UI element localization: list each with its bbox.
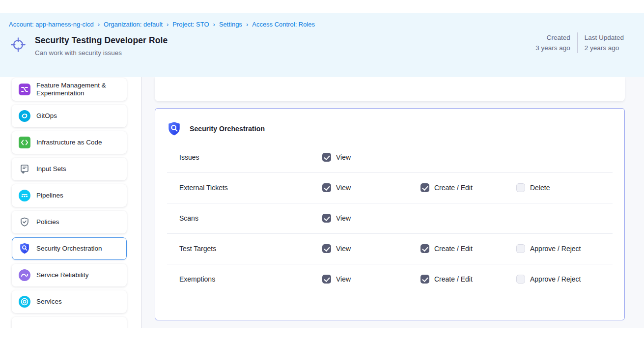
sidebar-item-service-reliability[interactable]: Service Reliability bbox=[12, 264, 127, 286]
breadcrumb-settings[interactable]: Settings bbox=[219, 21, 242, 28]
checkbox-label: Delete bbox=[530, 184, 550, 192]
breadcrumb: Account: app-harness-ng-cicd › Organizat… bbox=[9, 21, 624, 28]
permission-row-scans: Scans View bbox=[155, 203, 624, 233]
resource-group-sidebar: Feature Management & Experimentation Git… bbox=[0, 77, 141, 328]
breadcrumb-chevron-icon: › bbox=[213, 21, 215, 28]
created-label: Created bbox=[535, 32, 570, 43]
delete-checkbox[interactable] bbox=[516, 183, 525, 192]
checkbox-label: Approve / Reject bbox=[530, 275, 581, 283]
resource-label: Scans bbox=[179, 214, 322, 222]
checkbox-label: View bbox=[336, 275, 351, 283]
resource-label: External Tickets bbox=[179, 184, 322, 192]
permission-row-exemptions: Exemptions View Create / Edit Approve / … bbox=[155, 264, 624, 294]
breadcrumb-chevron-icon: › bbox=[98, 21, 100, 28]
security-shield-search-icon bbox=[168, 121, 181, 137]
approve-reject-checkbox[interactable] bbox=[516, 275, 525, 284]
security-orchestration-panel: Security Orchestration Issues View Exter… bbox=[155, 108, 625, 320]
view-checkbox[interactable] bbox=[322, 275, 331, 284]
services-bullseye-icon bbox=[19, 296, 30, 308]
previous-resource-card-clipped bbox=[155, 77, 625, 101]
resource-label: Exemptions bbox=[179, 275, 322, 283]
breadcrumb-chevron-icon: › bbox=[246, 21, 248, 28]
sidebar-item-label: Security Orchestration bbox=[36, 245, 102, 253]
sidebar-item-infrastructure-as-code[interactable]: Infrastructure as Code bbox=[12, 131, 127, 154]
sidebar-item-security-orchestration[interactable]: Security Orchestration bbox=[12, 237, 127, 260]
target-crosshair-icon bbox=[10, 36, 27, 53]
view-checkbox[interactable] bbox=[322, 183, 331, 192]
sidebar-item-label: Infrastructure as Code bbox=[36, 139, 102, 146]
last-updated-value: 2 years ago bbox=[585, 43, 624, 53]
create-edit-checkbox[interactable] bbox=[420, 183, 429, 192]
checkbox-label: View bbox=[336, 245, 351, 253]
checkbox-label: View bbox=[336, 153, 351, 161]
permission-row-external-tickets: External Tickets View Create / Edit Dele… bbox=[155, 172, 624, 203]
checkbox-label: View bbox=[336, 184, 351, 192]
created-value: 3 years ago bbox=[535, 43, 570, 53]
sidebar-item-gitops[interactable]: GitOps bbox=[12, 105, 127, 127]
infrastructure-as-code-icon bbox=[19, 137, 30, 148]
permission-row-issues: Issues View bbox=[155, 142, 624, 172]
permissions-main-area: Security Orchestration Issues View Exter… bbox=[141, 77, 644, 328]
service-reliability-icon bbox=[19, 269, 30, 281]
resource-label: Test Targets bbox=[179, 245, 322, 253]
top-whitespace bbox=[0, 0, 644, 13]
sidebar-item-feature-management[interactable]: Feature Management & Experimentation bbox=[12, 78, 127, 101]
breadcrumb-chevron-icon: › bbox=[167, 21, 168, 28]
role-meta: Created 3 years ago Last Updated 2 years… bbox=[529, 32, 624, 53]
breadcrumb-organization[interactable]: Organization: default bbox=[104, 21, 163, 28]
sidebar-item-clipped bbox=[12, 317, 127, 328]
sidebar-item-label: Services bbox=[36, 298, 62, 306]
approve-reject-checkbox[interactable] bbox=[516, 244, 525, 253]
sidebar-item-pipelines[interactable]: Pipelines bbox=[12, 184, 127, 207]
checkbox-label: Create / Edit bbox=[434, 275, 473, 283]
checkbox-label: View bbox=[336, 214, 351, 222]
security-shield-search-icon bbox=[19, 243, 30, 255]
pipelines-icon bbox=[19, 190, 30, 201]
checkbox-label: Create / Edit bbox=[434, 245, 473, 253]
sidebar-item-label: Policies bbox=[36, 218, 59, 226]
sidebar-item-label: GitOps bbox=[36, 112, 57, 120]
permission-row-test-targets: Test Targets View Create / Edit Approve … bbox=[155, 233, 624, 264]
feature-flags-icon bbox=[19, 84, 30, 95]
gitops-icon bbox=[19, 110, 30, 122]
page-subtitle: Can work with security issues bbox=[35, 49, 168, 57]
sidebar-item-label: Feature Management & Experimentation bbox=[36, 82, 121, 97]
panel-title: Security Orchestration bbox=[190, 125, 265, 133]
sidebar-item-label: Service Reliability bbox=[36, 271, 89, 279]
policies-shield-check-icon bbox=[19, 216, 30, 228]
breadcrumb-account[interactable]: Account: app-harness-ng-cicd bbox=[9, 21, 94, 28]
checkbox-label: Create / Edit bbox=[434, 184, 473, 192]
view-checkbox[interactable] bbox=[322, 214, 331, 223]
sidebar-item-policies[interactable]: Policies bbox=[12, 211, 127, 233]
sidebar-item-services[interactable]: Services bbox=[12, 290, 127, 313]
sidebar-item-label: Input Sets bbox=[36, 165, 66, 173]
checkbox-label: Approve / Reject bbox=[530, 245, 581, 253]
breadcrumb-project[interactable]: Project: STO bbox=[172, 21, 209, 28]
bottom-whitespace bbox=[0, 328, 644, 342]
resource-label: Issues bbox=[179, 153, 322, 161]
input-sets-icon bbox=[19, 163, 30, 175]
view-checkbox[interactable] bbox=[322, 244, 331, 253]
page-header: Account: app-harness-ng-cicd › Organizat… bbox=[0, 13, 644, 77]
last-updated-label: Last Updated bbox=[585, 32, 624, 43]
sidebar-item-input-sets[interactable]: Input Sets bbox=[12, 158, 127, 180]
sidebar-item-label: Pipelines bbox=[36, 192, 63, 200]
create-edit-checkbox[interactable] bbox=[420, 244, 429, 253]
view-checkbox[interactable] bbox=[322, 153, 331, 162]
create-edit-checkbox[interactable] bbox=[420, 275, 429, 284]
breadcrumb-access-control-roles[interactable]: Access Control: Roles bbox=[252, 21, 315, 28]
page-title: Security Testing Developer Role bbox=[35, 35, 168, 46]
